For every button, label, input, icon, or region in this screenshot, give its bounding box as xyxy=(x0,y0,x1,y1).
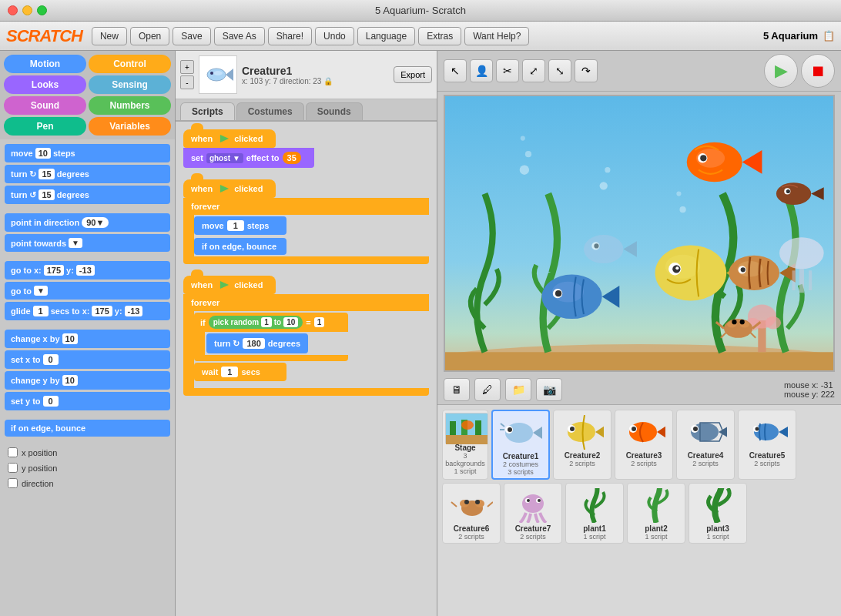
block-turn-left[interactable]: turn ↺ 15 degrees xyxy=(5,186,170,204)
minimize-button[interactable] xyxy=(22,5,32,15)
cat-looks[interactable]: Looks xyxy=(4,75,86,94)
stamp-tool[interactable]: 👤 xyxy=(470,59,493,82)
sprite-card-creature2[interactable]: Creature2 2 scripts xyxy=(553,410,611,480)
block-change-y[interactable]: change y by 10 xyxy=(5,371,170,390)
cat-numbers[interactable]: Numbers xyxy=(89,96,171,115)
block-point-towards[interactable]: point towards ▼ xyxy=(5,234,170,252)
folder-btn[interactable]: 📁 xyxy=(505,378,531,401)
tab-sounds[interactable]: Sounds xyxy=(306,102,363,120)
cat-sensing[interactable]: Sensing xyxy=(89,75,171,94)
camera-btn[interactable]: 📷 xyxy=(536,378,562,401)
sprite-card-plant2[interactable]: plant2 1 script xyxy=(627,483,685,544)
wait-block[interactable]: wait 1 secs xyxy=(194,363,286,381)
bounce-block[interactable]: if on edge, bounce xyxy=(194,238,286,255)
svg-point-84 xyxy=(693,427,698,431)
forever-block-2[interactable]: forever move 1 steps if on edge, bounce xyxy=(183,198,429,264)
maximize-button[interactable] xyxy=(37,5,47,15)
block-move[interactable]: move 10 steps xyxy=(5,144,170,162)
cat-sound[interactable]: Sound xyxy=(4,96,86,115)
creature7-name: Creature7 xyxy=(507,524,559,533)
tab-costumes[interactable]: Costumes xyxy=(236,102,304,120)
stage-name: Stage xyxy=(445,444,485,452)
panel-collapse-btn[interactable]: - xyxy=(180,75,194,89)
turn-180[interactable]: turn ↻ 180 degrees xyxy=(206,333,308,353)
svg-marker-1 xyxy=(226,69,233,81)
svg-point-76 xyxy=(570,427,575,431)
sprite-card-creature7[interactable]: Creature7 2 scripts xyxy=(504,483,562,544)
panel-expand-btn[interactable]: + xyxy=(180,60,194,74)
block-turn-right[interactable]: turn ↻ 15 degrees xyxy=(5,165,170,183)
save-as-button[interactable]: Save As xyxy=(214,27,265,45)
stage-controls: ↖ 👤 ✂ ⤢ ⤡ ↷ ▶ ⏹ xyxy=(437,51,841,92)
block-set-x[interactable]: set x to 0 xyxy=(5,350,170,369)
block-goto[interactable]: go to ▼ xyxy=(5,282,170,300)
svg-point-96 xyxy=(522,494,544,513)
script-group-3: when clicked forever if xyxy=(183,276,429,396)
move-1-steps[interactable]: move 1 steps xyxy=(194,216,286,235)
tab-scripts[interactable]: Scripts xyxy=(180,102,235,120)
svg-point-55 xyxy=(521,136,525,140)
close-button[interactable] xyxy=(8,5,18,15)
sprite-name: Creature1 xyxy=(242,65,389,77)
svg-rect-46 xyxy=(799,269,804,293)
sprite-card-creature5[interactable]: Creature5 2 scripts xyxy=(738,410,796,480)
svg-rect-47 xyxy=(792,270,796,290)
if-block[interactable]: if pick random 1 to 10 = 1 turn ↻ 180 de… xyxy=(194,313,348,361)
stage-card[interactable]: Stage 3 backgrounds1 script xyxy=(442,410,488,480)
hat-block-2[interactable]: when clicked xyxy=(183,179,276,198)
block-bounce[interactable]: if on edge, bounce xyxy=(5,420,170,437)
var-dir-checkbox[interactable] xyxy=(8,478,18,488)
block-goto-xy[interactable]: go to x: 175 y: -13 xyxy=(5,261,170,280)
block-set-y[interactable]: set y to 0 xyxy=(5,392,170,410)
svg-rect-4 xyxy=(445,96,833,370)
cat-pen[interactable]: Pen xyxy=(4,117,86,136)
var-y-checkbox[interactable] xyxy=(8,463,18,473)
cursor-tool[interactable]: ↖ xyxy=(444,59,467,82)
undo-button[interactable]: Undo xyxy=(315,27,354,45)
hat-block-3[interactable]: when clicked xyxy=(183,276,276,294)
block-point-dir[interactable]: point in direction 90▼ xyxy=(5,213,170,232)
set-ghost-block[interactable]: set ghost ▼ effect to 35 xyxy=(183,148,314,168)
sprite-card-creature3[interactable]: Creature3 2 scripts xyxy=(615,410,673,480)
export-button[interactable]: Export xyxy=(394,66,432,83)
stage-canvas[interactable] xyxy=(444,95,835,372)
shrink-tool[interactable]: ⤡ xyxy=(548,59,571,82)
hat-block-1[interactable]: when clicked xyxy=(183,129,276,148)
rotate-tool[interactable]: ↷ xyxy=(575,59,598,82)
forever-block-3[interactable]: forever if pick random 1 to 10 xyxy=(183,294,429,396)
expand-tool[interactable]: ⤢ xyxy=(522,59,545,82)
sprite-card-plant1[interactable]: plant1 1 script xyxy=(565,483,624,544)
creature4-info: 2 scripts xyxy=(679,460,732,467)
block-change-x[interactable]: change x by 10 xyxy=(5,330,170,348)
sprite-card-creature6[interactable]: Creature6 2 scripts xyxy=(442,483,501,544)
cat-variables[interactable]: Variables xyxy=(89,117,171,136)
plant1-name: plant1 xyxy=(568,524,621,533)
scissors-tool[interactable]: ✂ xyxy=(496,59,519,82)
cat-control[interactable]: Control xyxy=(89,55,171,73)
var-x-checkbox[interactable] xyxy=(8,447,18,457)
plant3-name: plant3 xyxy=(692,524,744,533)
svg-point-30 xyxy=(675,266,678,270)
svg-line-95 xyxy=(488,502,493,507)
sprite-card-plant3[interactable]: plant3 1 script xyxy=(689,483,747,544)
open-button[interactable]: Open xyxy=(130,27,169,45)
new-button[interactable]: New xyxy=(92,27,127,45)
sprite-card-creature4[interactable]: Creature4 2 scripts xyxy=(676,410,735,480)
sprite-card-creature1[interactable]: Creature1 2 costumes3 scripts xyxy=(491,410,550,480)
green-flag-button[interactable]: ▶ xyxy=(764,54,798,88)
creature5-name: Creature5 xyxy=(741,451,793,460)
stop-button[interactable]: ⏹ xyxy=(801,54,835,88)
block-glide[interactable]: glide 1 secs to x: 175 y: -13 xyxy=(5,302,170,320)
creature2-name: Creature2 xyxy=(556,451,608,460)
help-button[interactable]: Want Help? xyxy=(464,27,529,45)
categories: Motion Control Looks Sensing Sound Numbe… xyxy=(0,51,175,139)
plant1-info: 1 script xyxy=(568,533,621,541)
stage-view-btn[interactable]: 🖥 xyxy=(444,378,470,401)
language-button[interactable]: Language xyxy=(357,27,415,45)
save-button[interactable]: Save xyxy=(173,27,210,45)
paint-btn[interactable]: 🖊 xyxy=(474,378,501,401)
notes-icon[interactable]: 📋 xyxy=(823,30,835,42)
cat-motion[interactable]: Motion xyxy=(4,55,86,73)
share-button[interactable]: Share! xyxy=(268,27,312,45)
extras-button[interactable]: Extras xyxy=(418,27,461,45)
